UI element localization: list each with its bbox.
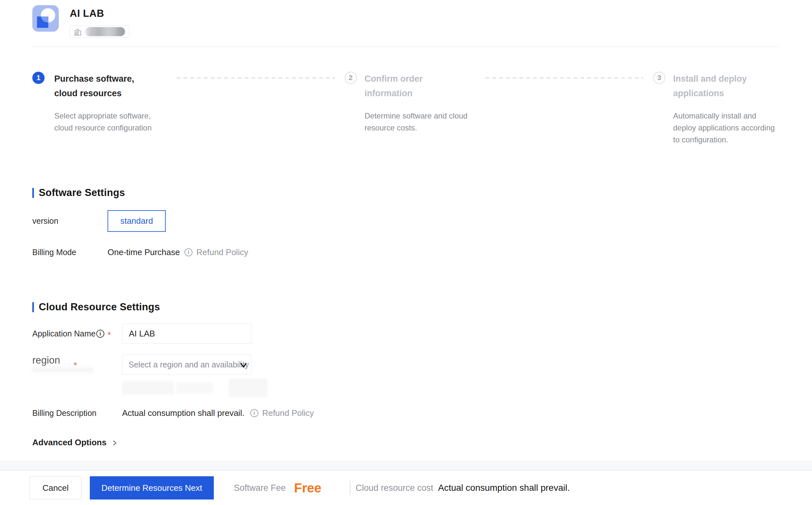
- blurred-content: [32, 367, 94, 373]
- application-name-row: Application Name i *: [32, 324, 812, 344]
- step-3-title: Install and deploy applications: [673, 72, 780, 101]
- step-3-description: Automatically install and deploy applica…: [673, 110, 780, 146]
- software-settings-heading: Software Settings: [32, 187, 812, 199]
- building-icon: [74, 27, 82, 36]
- app-logo: [32, 5, 59, 32]
- step-connector: [485, 77, 644, 78]
- application-name-input[interactable]: [122, 324, 251, 344]
- version-standard-button[interactable]: standard: [108, 210, 166, 232]
- billing-mode-value: One-time Purchase: [108, 247, 180, 258]
- advanced-options-toggle[interactable]: Advanced Options: [32, 438, 812, 448]
- step-confirm-order: 2 Confirm order information Determine so…: [345, 72, 475, 134]
- step-connector: [177, 77, 335, 78]
- step-purchase: 1 Purchase software, cloud resources Sel…: [32, 72, 166, 134]
- purchase-wizard-page: AI LAB 1 Purchase software, cloud resour…: [0, 0, 812, 505]
- step-1-description: Select appropriate software, cloud resou…: [54, 110, 166, 134]
- action-footer: Cancel Determine Resources Next Software…: [0, 471, 812, 505]
- step-2-title: Confirm order information: [365, 72, 475, 101]
- step-2-number: 2: [345, 72, 357, 84]
- region-label-group: region *: [32, 354, 122, 370]
- billing-description-label: Billing Description: [32, 408, 122, 418]
- step-1-title: Purchase software, cloud resources: [54, 72, 166, 101]
- region-select-group: Select a region and an availability: [122, 354, 251, 374]
- version-label: version: [32, 216, 108, 226]
- version-row: version standard: [32, 210, 812, 232]
- header-divider: [32, 46, 780, 47]
- cloud-resource-cost-value: Actual consumption shall prevail.: [438, 483, 570, 493]
- region-select-placeholder: Select a region and an availability: [122, 360, 249, 369]
- billing-mode-row: Billing Mode One-time Purchase i Refund …: [32, 247, 812, 258]
- billing-mode-label: Billing Mode: [32, 247, 108, 257]
- application-name-label-group: Application Name i *: [32, 327, 122, 340]
- step-1-text: Purchase software, cloud resources Selec…: [54, 72, 166, 134]
- determine-resources-next-button[interactable]: Determine Resources Next: [90, 476, 214, 500]
- application-name-label: Application Name: [32, 329, 96, 338]
- step-2-text: Confirm order information Determine soft…: [365, 72, 475, 134]
- vendor-badge: [70, 25, 129, 38]
- chevron-right-icon: [112, 440, 118, 447]
- software-fee-value: Free: [294, 481, 322, 495]
- blurred-vendor-name: [85, 27, 125, 36]
- region-select[interactable]: Select a region and an availability: [122, 354, 251, 374]
- software-fee-label: Software Fee: [234, 483, 286, 493]
- step-install-deploy: 3 Install and deploy applications Automa…: [653, 72, 780, 146]
- page-title: AI LAB: [70, 8, 129, 18]
- header-text-block: AI LAB: [70, 5, 129, 38]
- heading-accent-bar: [32, 302, 34, 312]
- footer-divider: [350, 481, 350, 495]
- heading-accent-bar: [32, 188, 34, 198]
- refund-policy-link[interactable]: Refund Policy: [196, 247, 248, 258]
- blurred-content: [122, 381, 174, 394]
- info-icon[interactable]: i: [96, 330, 104, 338]
- region-row: region * Select a region and an availabi…: [32, 354, 812, 374]
- region-label: region: [32, 354, 60, 366]
- step-3-text: Install and deploy applications Automati…: [673, 72, 780, 146]
- step-2-description: Determine software and cloud resource co…: [365, 110, 475, 134]
- chevron-down-icon: [239, 361, 248, 369]
- step-1-number: 1: [32, 72, 44, 84]
- cloud-resource-cost-label: Cloud resource cost: [356, 483, 433, 493]
- step-3-number: 3: [653, 72, 665, 84]
- blurred-content: [229, 378, 268, 397]
- wizard-steps: 1 Purchase software, cloud resources Sel…: [32, 72, 780, 146]
- required-marker: *: [108, 330, 111, 340]
- billing-description-value: Actual consumption shall prevail.: [122, 408, 245, 418]
- content-footer-gap: [0, 461, 812, 471]
- cloud-resource-settings-heading: Cloud Resource Settings: [32, 301, 812, 313]
- blurred-content: [176, 382, 213, 393]
- app-header: AI LAB: [0, 0, 812, 38]
- refund-policy-link[interactable]: Refund Policy: [262, 408, 314, 418]
- cancel-button[interactable]: Cancel: [30, 476, 82, 500]
- billing-description-row: Billing Description Actual consumption s…: [32, 408, 812, 418]
- info-icon[interactable]: i: [250, 409, 259, 417]
- info-icon[interactable]: i: [184, 248, 192, 257]
